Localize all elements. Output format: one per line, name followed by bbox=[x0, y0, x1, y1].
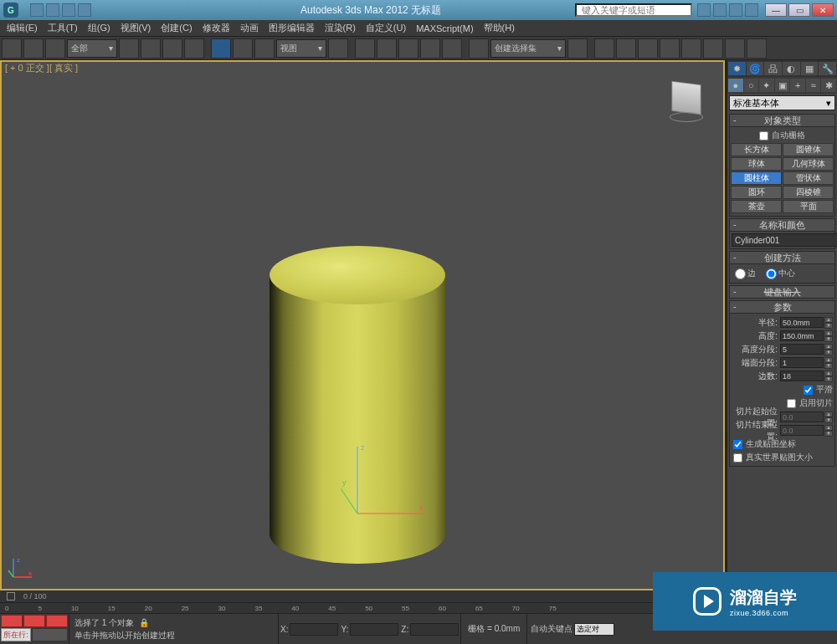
key-filter-dropdown[interactable]: 选定对 bbox=[574, 623, 614, 636]
snap2-icon[interactable] bbox=[355, 38, 375, 59]
help-icon[interactable] bbox=[713, 3, 727, 17]
cameras-tab-icon[interactable]: ▣ bbox=[775, 79, 790, 92]
cap-segs-spinner[interactable]: 1 bbox=[780, 357, 824, 368]
menu-item[interactable]: 创建(C) bbox=[161, 22, 192, 34]
help-icon[interactable] bbox=[745, 3, 758, 17]
helpers-tab-icon[interactable]: + bbox=[790, 79, 805, 92]
qat-icon[interactable] bbox=[78, 3, 91, 17]
percent-snap-icon[interactable] bbox=[420, 38, 440, 59]
viewport[interactable]: z x y z x bbox=[0, 60, 725, 590]
layers-icon[interactable] bbox=[616, 38, 636, 59]
systems-tab-icon[interactable]: ✱ bbox=[821, 79, 836, 92]
menu-item[interactable]: 组(G) bbox=[88, 22, 110, 34]
radius-spinner[interactable]: 50.0mm bbox=[780, 317, 824, 328]
hierarchy-tab-icon[interactable]: 品 bbox=[764, 62, 782, 75]
schematic-icon[interactable] bbox=[660, 38, 680, 59]
spinner-snap-icon[interactable] bbox=[442, 38, 462, 59]
snap3-icon[interactable] bbox=[377, 38, 397, 59]
primitive-button[interactable]: 圆锥体 bbox=[783, 143, 834, 156]
menu-item[interactable]: 编辑(E) bbox=[7, 22, 38, 34]
name-color-header[interactable]: 名称和颜色 bbox=[729, 218, 835, 232]
render-frame-icon[interactable] bbox=[725, 38, 745, 59]
category-dropdown[interactable]: 标准基本体▾ bbox=[729, 95, 835, 110]
maximize-button[interactable]: ▭ bbox=[788, 3, 810, 17]
height-spinner[interactable]: 150.0mm bbox=[780, 330, 824, 341]
primitive-button[interactable]: 圆环 bbox=[731, 186, 782, 199]
gen-uv-checkbox[interactable] bbox=[733, 440, 742, 449]
spinner-arrows-icon[interactable]: ▲▼ bbox=[824, 371, 833, 381]
selection-filter-dropdown[interactable]: 全部▾ bbox=[67, 39, 117, 58]
primitive-button[interactable]: 球体 bbox=[731, 157, 782, 171]
help-icon[interactable] bbox=[697, 3, 711, 17]
named-sel-icon[interactable] bbox=[469, 38, 489, 59]
primitive-button[interactable]: 长方体 bbox=[731, 143, 782, 156]
autogrid-checkbox[interactable] bbox=[759, 131, 768, 141]
help-icon[interactable] bbox=[729, 3, 742, 17]
track-handle-icon[interactable] bbox=[7, 592, 15, 601]
material-editor-icon[interactable] bbox=[681, 38, 701, 59]
rect-select-icon[interactable] bbox=[162, 38, 182, 59]
select-name-icon[interactable] bbox=[141, 38, 161, 59]
primitive-button[interactable]: 几何球体 bbox=[783, 157, 834, 171]
lights-tab-icon[interactable]: ✦ bbox=[759, 79, 774, 92]
primitive-button[interactable]: 四棱锥 bbox=[783, 186, 834, 199]
pivot-icon[interactable] bbox=[328, 38, 348, 59]
display-tab-icon[interactable]: ▦ bbox=[801, 62, 819, 75]
edge-radio[interactable]: 边 bbox=[735, 268, 756, 279]
object-name-input[interactable] bbox=[732, 233, 837, 247]
minimize-button[interactable]: — bbox=[765, 3, 787, 17]
shapes-tab-icon[interactable]: ○ bbox=[744, 79, 759, 92]
viewport-label[interactable]: [ + 0 正交 ][ 真实 ] bbox=[5, 62, 78, 74]
geometry-tab-icon[interactable]: ● bbox=[728, 79, 743, 92]
real-world-checkbox[interactable] bbox=[733, 453, 742, 463]
height-segs-spinner[interactable]: 5 bbox=[780, 344, 824, 355]
primitive-button-cylinder[interactable]: 圆柱体 bbox=[731, 171, 782, 185]
menu-item[interactable]: 渲染(R) bbox=[325, 22, 356, 34]
smooth-checkbox[interactable] bbox=[804, 386, 813, 395]
mirror-icon[interactable] bbox=[567, 38, 588, 59]
select-icon[interactable] bbox=[119, 38, 139, 59]
menu-item[interactable]: 修改器 bbox=[203, 22, 230, 34]
parameters-header[interactable]: 参数 bbox=[729, 300, 835, 314]
menu-item[interactable]: 视图(V) bbox=[121, 22, 151, 34]
window-crossing-icon[interactable] bbox=[184, 38, 204, 59]
sel-lock-icon[interactable] bbox=[46, 615, 68, 627]
space-warps-tab-icon[interactable]: ≈ bbox=[806, 79, 821, 92]
qat-icon[interactable] bbox=[30, 3, 44, 17]
undo-icon[interactable] bbox=[2, 38, 22, 59]
named-sel-dropdown[interactable]: 创建选择集▾ bbox=[490, 39, 566, 58]
z-input[interactable] bbox=[410, 623, 459, 636]
primitive-button[interactable]: 平面 bbox=[783, 200, 834, 213]
create-tab-icon[interactable]: ✹ bbox=[728, 62, 746, 75]
menu-item[interactable]: MAXScript(M) bbox=[416, 23, 473, 33]
render-setup-icon[interactable] bbox=[703, 38, 723, 59]
search-input[interactable] bbox=[575, 3, 692, 17]
sides-spinner[interactable]: 18 bbox=[780, 371, 824, 381]
spinner-arrows-icon[interactable]: ▲▼ bbox=[824, 344, 833, 355]
viewcube-icon[interactable] bbox=[663, 79, 710, 125]
modify-tab-icon[interactable]: 🌀 bbox=[747, 62, 764, 75]
autokey-button[interactable]: 自动关键点 bbox=[531, 623, 573, 635]
transform-gizmo-icon[interactable]: z x y bbox=[341, 438, 441, 530]
redo-icon[interactable] bbox=[23, 38, 44, 59]
x-input[interactable] bbox=[290, 623, 338, 636]
curve-editor-icon[interactable] bbox=[638, 38, 658, 59]
lock-icon[interactable]: 🔒 bbox=[139, 618, 149, 628]
script-listener[interactable] bbox=[32, 628, 68, 641]
rotate-icon[interactable] bbox=[233, 38, 253, 59]
render-icon[interactable] bbox=[747, 38, 767, 59]
ref-coord-dropdown[interactable]: 视图▾ bbox=[276, 39, 326, 58]
keyboard-entry-header[interactable]: 键盘输入 bbox=[729, 285, 835, 299]
utilities-tab-icon[interactable]: 🔧 bbox=[819, 62, 836, 75]
close-button[interactable]: ✕ bbox=[812, 3, 834, 17]
angle-snap-icon[interactable] bbox=[398, 38, 418, 59]
menu-item[interactable]: 帮助(H) bbox=[484, 22, 515, 34]
menu-item[interactable]: 工具(T) bbox=[48, 22, 78, 34]
spinner-arrows-icon[interactable]: ▲▼ bbox=[824, 317, 833, 328]
primitive-button[interactable]: 管状体 bbox=[783, 171, 834, 185]
menu-item[interactable]: 图形编辑器 bbox=[269, 22, 315, 34]
menu-item[interactable]: 动画 bbox=[240, 22, 259, 34]
qat-icon[interactable] bbox=[46, 3, 59, 17]
y-input[interactable] bbox=[350, 623, 398, 636]
qat-icon[interactable] bbox=[62, 3, 75, 17]
